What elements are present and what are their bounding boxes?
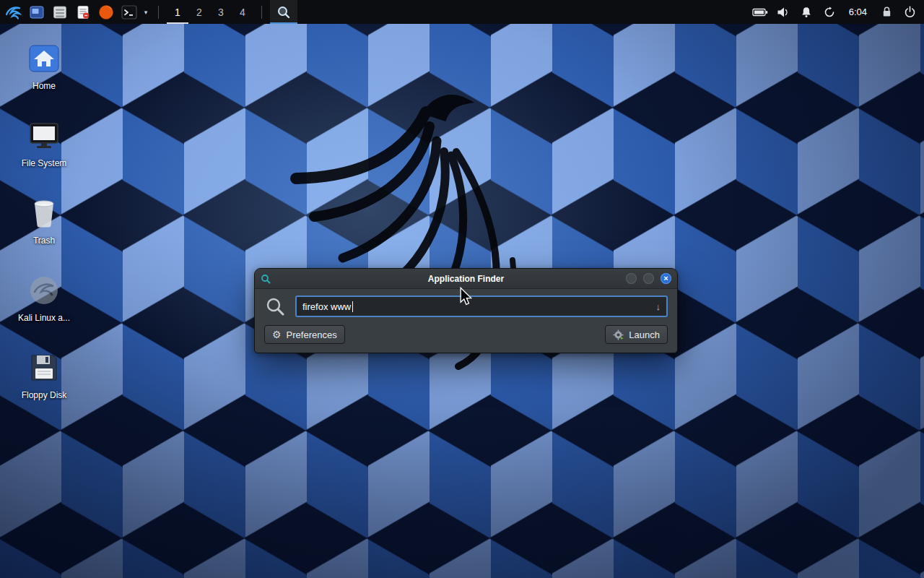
magnifier-icon xyxy=(276,5,291,20)
home-icon xyxy=(13,40,75,77)
speaker-icon xyxy=(777,7,790,18)
trash-icon xyxy=(13,195,75,231)
minimize-button[interactable] xyxy=(626,273,637,284)
panel-separator xyxy=(158,6,159,19)
search-input-value: firefox www xyxy=(302,301,351,312)
kali-docs-icon xyxy=(13,272,75,309)
power-logout-button[interactable] xyxy=(899,0,920,24)
close-icon: × xyxy=(663,275,668,282)
desktop-icon-file-system[interactable]: File System xyxy=(13,118,75,168)
gear-icon: ⚙ xyxy=(272,329,282,340)
panel-clock[interactable]: 6:04 xyxy=(842,0,873,24)
firefox-icon xyxy=(98,4,114,20)
text-editor-icon xyxy=(75,4,91,20)
workspace-1[interactable]: 1 xyxy=(167,0,188,24)
update-status[interactable] xyxy=(819,0,840,24)
top-panel: ▾ 1 2 3 4 xyxy=(0,0,924,24)
search-icon xyxy=(264,296,286,317)
file-manager-launcher[interactable] xyxy=(49,0,71,24)
dialog-title: Application Finder xyxy=(255,274,677,284)
terminal-launcher[interactable] xyxy=(118,0,140,24)
text-editor-launcher[interactable] xyxy=(72,0,94,24)
workspace-3[interactable]: 3 xyxy=(210,0,232,24)
battery-indicator[interactable] xyxy=(750,0,770,24)
terminal-dropdown-chevron[interactable]: ▾ xyxy=(141,0,150,24)
workspace-2[interactable]: 2 xyxy=(188,0,210,24)
preferences-label: Preferences xyxy=(287,329,337,340)
desktop-icon-floppy-disk[interactable]: Floppy Disk xyxy=(13,350,75,400)
file-system-icon xyxy=(13,118,75,154)
workspace-4[interactable]: 4 xyxy=(232,0,253,24)
dropdown-arrow-icon[interactable]: ↓ xyxy=(656,301,661,312)
desktop-icon-label: Kali Linux a... xyxy=(13,314,75,323)
notifications[interactable] xyxy=(796,0,816,24)
kali-menu-button[interactable] xyxy=(3,0,25,24)
dialog-titlebar[interactable]: Application Finder × xyxy=(255,269,677,289)
panel-launchers: ▾ 1 2 3 4 xyxy=(3,0,297,24)
desktop-icon-label: File System xyxy=(13,159,75,168)
window-manager-launcher[interactable] xyxy=(26,0,48,24)
desktop-screen: ▾ 1 2 3 4 xyxy=(0,0,924,578)
window-icon xyxy=(29,4,45,20)
launch-icon xyxy=(613,329,624,340)
desktop-icon-home[interactable]: Home xyxy=(13,40,75,91)
preferences-button[interactable]: ⚙ Preferences xyxy=(264,325,345,344)
panel-separator-2 xyxy=(261,6,262,19)
desktop-icon-label: Floppy Disk xyxy=(13,391,75,400)
appfinder-window-icon xyxy=(261,274,271,284)
window-controls: × xyxy=(626,273,671,284)
padlock-icon xyxy=(881,6,892,18)
launch-label: Launch xyxy=(629,329,660,340)
panel-tray: 6:04 xyxy=(750,0,921,24)
desktop-icon-kali-docs[interactable]: Kali Linux a... xyxy=(13,272,75,323)
kali-logo-icon xyxy=(4,3,23,22)
bell-icon xyxy=(801,7,812,18)
taskbar-application-finder[interactable] xyxy=(270,0,297,24)
desktop-icon-label: Home xyxy=(13,82,75,91)
terminal-icon xyxy=(121,4,138,21)
battery-icon xyxy=(752,7,768,17)
floppy-disk-icon xyxy=(13,350,75,386)
workspace-switcher: 1 2 3 4 xyxy=(167,0,253,24)
application-finder-window: Application Finder × firefox www ↓ xyxy=(254,268,678,353)
lock-screen-button[interactable] xyxy=(876,0,897,24)
mouse-cursor xyxy=(459,287,472,306)
text-caret xyxy=(352,301,353,312)
sync-arrow-icon xyxy=(824,7,835,18)
desktop-icon-trash[interactable]: Trash xyxy=(13,195,75,246)
volume-control[interactable] xyxy=(773,0,793,24)
search-input[interactable]: firefox www ↓ xyxy=(295,296,668,317)
close-button[interactable]: × xyxy=(661,273,671,284)
button-row: ⚙ Preferences Launch xyxy=(264,325,668,344)
file-manager-icon xyxy=(52,4,68,20)
power-icon xyxy=(904,6,916,18)
maximize-button[interactable] xyxy=(643,273,654,284)
firefox-launcher[interactable] xyxy=(95,0,117,24)
desktop-icon-label: Trash xyxy=(13,236,75,246)
launch-button[interactable]: Launch xyxy=(605,325,668,344)
